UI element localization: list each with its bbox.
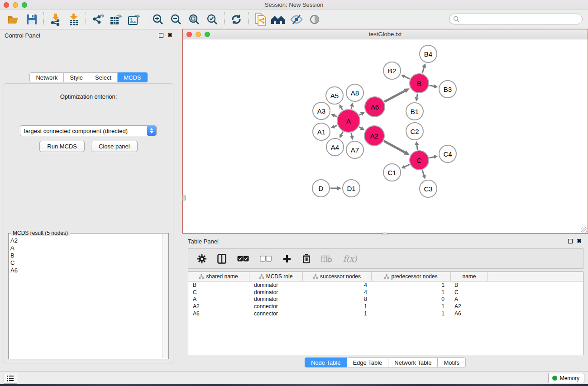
resize-grip-icon[interactable]	[581, 227, 587, 233]
result-item[interactable]: A2	[10, 237, 162, 244]
result-item[interactable]: A	[10, 244, 162, 252]
result-item[interactable]: C	[10, 259, 162, 267]
table-row[interactable]: Bdominator41B	[188, 281, 583, 289]
clone-network-icon[interactable]	[251, 12, 269, 27]
edge-A-A6[interactable]	[359, 114, 361, 115]
edge-A2-C[interactable]	[384, 141, 405, 152]
edge-A6-B[interactable]	[384, 91, 405, 102]
task-history-button[interactable]	[4, 373, 17, 384]
graph-node-C3[interactable]: C3	[419, 180, 437, 198]
graph-node-D1[interactable]: D1	[342, 179, 360, 197]
column-header-MCDS-role[interactable]: MCDS role	[249, 272, 303, 281]
select-all-columns-icon[interactable]	[237, 256, 249, 262]
deselect-all-columns-icon[interactable]	[260, 256, 272, 262]
close-table-panel-icon[interactable]: ✖	[577, 238, 582, 244]
table-row[interactable]: Cdominator41C	[188, 289, 583, 296]
create-column-icon[interactable]	[282, 254, 292, 263]
graph-node-A6[interactable]: A6	[364, 96, 385, 117]
run-mcds-button[interactable]: Run MCDS	[39, 141, 85, 152]
table-row[interactable]: Adominator80A	[188, 296, 583, 303]
graph-node-C2[interactable]: C2	[406, 122, 424, 140]
open-session-icon[interactable]	[5, 12, 23, 27]
float-table-panel-icon[interactable]	[568, 239, 573, 243]
graph-node-A1[interactable]: A1	[312, 123, 330, 141]
edge-A-A4[interactable]	[341, 132, 343, 134]
graph-node-A7[interactable]: A7	[346, 141, 364, 159]
export-table-icon[interactable]	[107, 12, 125, 27]
memory-button[interactable]: Memory	[548, 373, 584, 383]
close-panel-button[interactable]: Close panel	[91, 141, 138, 152]
search-input[interactable]	[462, 16, 582, 22]
table-row[interactable]: A2connector11A2	[188, 303, 583, 310]
edge-C-C4[interactable]	[429, 157, 434, 158]
graph-node-C1[interactable]: C1	[383, 163, 401, 181]
import-network-icon[interactable]	[47, 12, 65, 27]
tab-edge-table[interactable]: Edge Table	[347, 357, 388, 367]
column-header-successor-nodes[interactable]: successor nodes	[303, 272, 372, 281]
graph-node-A[interactable]: A	[337, 109, 360, 133]
edge-B-B1[interactable]	[417, 94, 417, 98]
edge-A-A8[interactable]	[351, 106, 352, 109]
network-canvas[interactable]: AA6A2BCA1A3A4A5A7A8B1B2B3B4C1C2C3C4DD1	[183, 39, 588, 233]
zoom-fit-icon[interactable]	[185, 12, 203, 27]
graph-node-A5[interactable]: A5	[325, 86, 344, 105]
vertical-split-handle[interactable]	[182, 195, 186, 200]
result-item[interactable]: A6	[10, 267, 162, 274]
result-scrollbar[interactable]	[162, 234, 168, 358]
graph-node-D[interactable]: D	[312, 179, 330, 197]
tab-network-table[interactable]: Network Table	[388, 357, 438, 367]
export-image-icon[interactable]	[125, 12, 143, 27]
edge-C-C2[interactable]	[417, 145, 418, 150]
edge-A-A3[interactable]	[335, 116, 337, 117]
show-graphics-details-icon[interactable]	[306, 12, 324, 27]
zoom-in-icon[interactable]	[149, 12, 167, 27]
result-item[interactable]: B	[10, 252, 162, 259]
show-columns-icon[interactable]	[217, 254, 226, 264]
criterion-select[interactable]: largest connected component (directed)	[20, 125, 157, 136]
tab-network[interactable]: Network	[29, 72, 64, 82]
export-network-icon[interactable]	[89, 12, 107, 27]
float-panel-icon[interactable]	[159, 33, 163, 38]
graph-node-B[interactable]: B	[409, 73, 429, 93]
graph-node-A3[interactable]: A3	[312, 102, 330, 120]
zoom-selected-icon[interactable]	[203, 12, 221, 27]
tab-select[interactable]: Select	[89, 72, 118, 82]
edge-B-B4[interactable]	[422, 67, 424, 73]
graph-node-C[interactable]: C	[409, 150, 429, 170]
delete-table-icon[interactable]	[321, 255, 332, 262]
import-table-icon[interactable]	[65, 12, 83, 27]
edge-A-A7[interactable]	[351, 133, 352, 136]
save-session-icon[interactable]	[23, 12, 41, 27]
tab-node-table[interactable]: Node Table	[305, 357, 347, 367]
tab-mcds[interactable]: MCDS	[118, 72, 147, 82]
edge-A-A1[interactable]	[335, 125, 337, 126]
graph-node-B4[interactable]: B4	[419, 45, 437, 63]
edge-C-C3[interactable]	[422, 170, 424, 176]
graph-node-B1[interactable]: B1	[406, 102, 424, 120]
column-header-name[interactable]: name	[451, 272, 488, 281]
graph-node-A2[interactable]: A2	[364, 125, 385, 146]
column-header-shared-name[interactable]: shared name	[188, 272, 249, 281]
edge-A-A2[interactable]	[359, 127, 361, 128]
show-networks-icon[interactable]	[269, 12, 287, 27]
column-header-predecessor-nodes[interactable]: predecessor nodes	[372, 272, 451, 281]
edge-A-A5[interactable]	[341, 108, 343, 110]
graph-node-B2[interactable]: B2	[383, 62, 401, 80]
edge-B-B2[interactable]	[405, 76, 410, 79]
edge-B-B3[interactable]	[430, 86, 434, 86]
graph-node-B3[interactable]: B3	[439, 80, 457, 98]
graph-node-A4[interactable]: A4	[326, 138, 344, 156]
edge-C-C1[interactable]	[405, 164, 410, 167]
table-settings-gear-icon[interactable]	[197, 254, 206, 263]
graph-node-C4[interactable]: C4	[439, 145, 457, 163]
function-builder-icon[interactable]: f(x)	[343, 254, 357, 263]
graph-node-A8[interactable]: A8	[346, 84, 364, 102]
hide-graphics-details-icon[interactable]	[287, 12, 306, 27]
close-panel-icon[interactable]: ✖	[167, 33, 172, 38]
zoom-out-icon[interactable]	[167, 12, 185, 27]
table-row[interactable]: A6connector11A6	[188, 310, 583, 317]
apply-layout-icon[interactable]	[227, 12, 245, 27]
tab-style[interactable]: Style	[64, 72, 89, 82]
search-box[interactable]	[449, 14, 583, 24]
delete-column-icon[interactable]	[302, 254, 311, 263]
